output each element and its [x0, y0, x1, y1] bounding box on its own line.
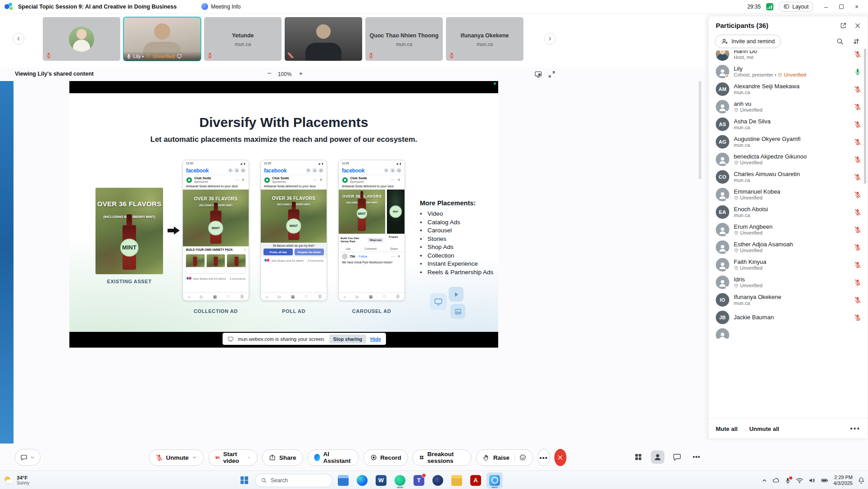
taskbar-clock[interactable]: 2:29 PM 4/3/2025	[833, 475, 853, 486]
taskbar-search[interactable]: Search	[255, 474, 332, 487]
filmstrip-prev-button[interactable]	[13, 33, 24, 45]
more-panels-button[interactable]: •••	[690, 450, 703, 464]
zoom-in-button[interactable]: +	[295, 69, 306, 79]
start-video-button[interactable]: Start video	[209, 449, 258, 466]
taskbar-app-explorer[interactable]	[335, 472, 351, 489]
mic-muted-icon[interactable]	[854, 138, 861, 145]
mic-muted-icon[interactable]	[854, 156, 861, 163]
share-button[interactable]: Share	[262, 449, 303, 466]
weather-widget[interactable]: 34°F Sunny	[4, 471, 29, 489]
ai-assistant-button[interactable]: AI Assistant	[307, 449, 359, 466]
participant-row[interactable]: IdrisUnverified	[709, 273, 868, 291]
close-panel-button[interactable]	[854, 22, 861, 29]
chat-panel-button[interactable]	[670, 450, 684, 464]
search-participants-button[interactable]	[836, 37, 844, 45]
mic-muted-icon[interactable]	[854, 226, 861, 233]
wifi-icon[interactable]	[795, 476, 804, 484]
video-tile-avatar[interactable]	[43, 17, 120, 61]
layout-button[interactable]: Layout	[779, 2, 813, 12]
participant-row[interactable]: Emmanuel KobeaUnverified	[709, 186, 868, 203]
participant-row[interactable]: AM Alexandre Seiji Maekawamun.ca	[709, 80, 868, 98]
filmstrip-next-button[interactable]	[544, 33, 556, 45]
mic-on-icon[interactable]	[854, 68, 861, 75]
taskbar-app-acrobat[interactable]: A	[468, 472, 484, 489]
popout-panel-button[interactable]	[840, 22, 847, 29]
taskbar-app-photos[interactable]	[486, 472, 503, 489]
video-tile-quoc[interactable]: Quoc Thao Nhien Thoong mun.ca	[365, 17, 443, 61]
participants-panel-button[interactable]	[651, 450, 664, 464]
participant-row[interactable]: IO Ifunanya Okekenemun.ca	[709, 291, 868, 308]
volume-icon[interactable]	[808, 476, 816, 484]
onedrive-icon[interactable]	[772, 476, 780, 484]
mic-muted-icon[interactable]	[854, 314, 861, 321]
placement-item: Video	[420, 210, 495, 218]
mic-muted-icon[interactable]	[854, 244, 861, 251]
participant-row[interactable]: AS Asha De Silvamun.ca	[709, 115, 868, 133]
record-button[interactable]: Record	[363, 449, 408, 466]
taskbar-app-word[interactable]: W	[373, 472, 389, 489]
mic-muted-icon[interactable]	[854, 279, 861, 286]
mic-muted-icon[interactable]	[854, 50, 861, 58]
participant-row[interactable]: Faith KinyuaUnverified	[709, 256, 868, 273]
stop-sharing-button[interactable]: Stop sharing	[329, 335, 366, 344]
video-tile-ifunanya[interactable]: Ifunanya Okekene mun.ca	[446, 17, 523, 61]
sponsored-label: Sponsored	[350, 181, 367, 183]
chat-quick-button[interactable]	[15, 449, 41, 466]
invite-remind-button[interactable]: Invite and remind	[715, 35, 781, 48]
meeting-info-button[interactable]: Meeting Info	[201, 3, 241, 10]
participants-scrollbar[interactable]	[864, 49, 866, 184]
apps-panel-button[interactable]	[632, 450, 645, 464]
zoom-out-button[interactable]: −	[264, 69, 275, 79]
raise-hand-button[interactable]: Raise	[476, 449, 533, 466]
close-window-button[interactable]: ×	[849, 0, 864, 13]
start-button[interactable]	[236, 472, 252, 489]
leave-meeting-button[interactable]	[554, 449, 567, 466]
breakout-sessions-button[interactable]: Breakout sessions	[413, 449, 472, 466]
video-tile-camera-on[interactable]	[285, 17, 362, 61]
tray-mic-icon[interactable]	[785, 477, 791, 484]
maximize-button[interactable]	[834, 0, 849, 13]
taskbar-app-webex[interactable]	[392, 472, 408, 489]
participant-row[interactable]: anh vuUnverified	[709, 98, 868, 115]
avatar	[716, 258, 729, 272]
more-placements: More Placements: Video Catalog Ads Carou…	[420, 199, 495, 276]
participant-row-partial[interactable]	[709, 326, 868, 339]
minimize-button[interactable]: –	[818, 0, 834, 13]
taskbar-app-teams[interactable]: T	[411, 472, 427, 489]
hide-banner-link[interactable]: Hide	[370, 336, 381, 342]
sort-participants-button[interactable]	[852, 37, 860, 45]
mute-all-button[interactable]: Mute all	[716, 426, 737, 432]
video-tile-lily[interactable]: Lily • Unverified	[123, 17, 201, 61]
reactions-smiley-icon[interactable]	[519, 454, 526, 461]
mic-muted-icon[interactable]	[854, 121, 861, 128]
participant-row[interactable]: CO Charles Aimuwu Osaretinmun.ca	[709, 168, 868, 186]
taskbar-app-meetings[interactable]	[430, 472, 446, 489]
mic-muted-icon[interactable]	[854, 191, 861, 198]
taskbar-app-edge[interactable]	[354, 472, 370, 489]
mic-muted-icon[interactable]	[854, 261, 861, 268]
participant-row[interactable]: JB Jackie Bauman	[709, 308, 868, 326]
participant-row[interactable]: AG Augustine Okyere Gyamfimun.ca	[709, 133, 868, 150]
video-tile-yetunde[interactable]: Yetunde mun.ca	[204, 17, 282, 61]
taskbar-app-folder[interactable]	[449, 472, 465, 489]
participant-row[interactable]: Lily Cohost, presenter • Unverified	[709, 63, 868, 80]
mic-muted-icon[interactable]	[854, 103, 861, 110]
participant-row[interactable]: Hanh DoHost, me	[709, 50, 868, 63]
participant-row[interactable]: Erum AngbeenUnverified	[709, 221, 868, 238]
participant-row[interactable]: EA Enoch Abotsimun.ca	[709, 203, 868, 221]
unmute-all-button[interactable]: Unmute all	[749, 426, 779, 432]
participant-row[interactable]: Esther Adjoa AsamoahUnverified	[709, 238, 868, 256]
participant-row[interactable]: benedicta Akpedze GikunooUnverified	[709, 150, 868, 168]
mic-muted-icon[interactable]	[854, 86, 861, 93]
unmute-button[interactable]: Unmute	[149, 449, 204, 466]
mic-muted-icon[interactable]	[854, 208, 861, 216]
more-options-button[interactable]: •••	[537, 449, 550, 466]
battery-icon[interactable]	[821, 476, 829, 484]
notifications-bell-icon[interactable]	[857, 476, 865, 484]
tray-expand-button[interactable]	[761, 477, 768, 484]
fullscreen-button[interactable]	[548, 70, 556, 78]
participants-more-button[interactable]: •••	[850, 425, 860, 433]
mic-muted-icon[interactable]	[854, 173, 861, 181]
pip-view-button[interactable]	[534, 70, 542, 78]
mic-muted-icon[interactable]	[854, 296, 861, 303]
